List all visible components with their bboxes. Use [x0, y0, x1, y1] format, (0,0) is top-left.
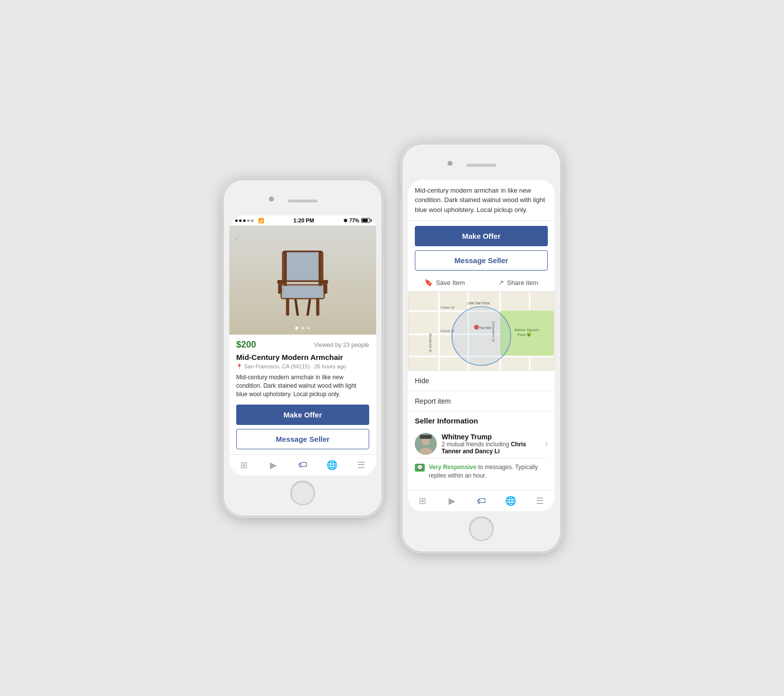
seller-section: Seller Information	[408, 412, 555, 490]
back-button[interactable]: ‹	[235, 230, 239, 242]
seller-section-title: Seller Information	[415, 417, 548, 425]
nav-marketplace-icon-2[interactable]: 🏷	[475, 494, 488, 507]
phone-screen-2: Mid-century modern armchair in like new …	[408, 180, 555, 511]
front-camera-2	[448, 161, 453, 166]
top-bezel	[229, 186, 376, 215]
product-desc: Mid-century modern armchair in like new …	[236, 373, 369, 398]
share-icon: ↗	[498, 278, 504, 286]
seller-avatar	[415, 433, 437, 455]
responsive-badge: Very Responsive to messages. Typically r…	[415, 458, 548, 485]
phone-1: 📶 1:20 PM ✱ 77%	[223, 180, 382, 516]
svg-rect-37	[420, 435, 432, 439]
top-bezel-2	[408, 150, 555, 180]
hide-button[interactable]: Hide	[408, 371, 555, 391]
price: $200	[236, 340, 256, 350]
screen-content-2: Mid-century modern armchair in like new …	[408, 180, 555, 511]
avatar-svg	[415, 433, 437, 455]
save-share-row: 🔖 Save Item ↗ Share item	[408, 276, 555, 291]
description-box: Mid-century modern armchair in like new …	[408, 180, 555, 221]
bottom-nav-2: ⊞ ▶ 🏷 🌐 ☰	[408, 490, 555, 511]
status-time: 1:20 PM	[293, 217, 314, 223]
home-button-1[interactable]	[290, 481, 315, 505]
power-button-2	[561, 194, 563, 218]
make-offer-button-2[interactable]: Make Offer	[415, 226, 548, 246]
dot-2	[301, 327, 304, 330]
phone-screen-1: 📶 1:20 PM ✱ 77%	[229, 215, 376, 475]
volume-button	[221, 219, 223, 234]
phone-2: Mid-century modern armchair in like new …	[402, 144, 561, 552]
svg-text:Fulton St: Fulton St	[441, 306, 455, 309]
svg-rect-9	[324, 284, 327, 294]
svg-text:Broderick St: Broderick St	[429, 334, 432, 352]
chair-illustration	[263, 235, 342, 325]
svg-point-32	[452, 307, 511, 366]
product-image-bg	[229, 225, 376, 335]
responsive-icon	[415, 464, 425, 472]
nav-menu-icon[interactable]: ☰	[355, 459, 368, 472]
very-responsive-label: Very Responsive	[429, 464, 476, 471]
viewed-by: Viewed by 23 people	[314, 342, 369, 348]
front-camera	[269, 197, 274, 202]
dot-3	[307, 327, 310, 330]
seller-name: Whitney Trump	[442, 433, 540, 441]
signal-dot-1	[235, 219, 238, 222]
friend2-name: and Dancy Li	[462, 448, 500, 455]
nav-marketplace-icon[interactable]: 🏷	[296, 459, 309, 472]
nav-video-icon-2[interactable]: ▶	[446, 494, 458, 507]
bottom-bezel-1	[229, 476, 376, 510]
product-meta: 📍 San Francisco, CA (94115) · 26 hours a…	[236, 363, 369, 369]
nav-globe-icon[interactable]: 🌐	[326, 459, 338, 472]
product-image-area: ‹	[229, 225, 376, 335]
nav-globe-icon-2[interactable]: 🌐	[504, 494, 517, 507]
image-dots	[295, 327, 310, 330]
price-row: $200 Viewed by 23 people	[236, 340, 369, 350]
share-item-label: Share item	[507, 279, 538, 286]
seller-mutual-friends: 2 mutual friends including Chris Tanner …	[442, 441, 540, 455]
phones-container: 📶 1:20 PM ✱ 77%	[223, 144, 561, 552]
make-offer-button[interactable]: Make Offer	[236, 405, 369, 425]
svg-rect-0	[285, 252, 321, 280]
battery-area: ✱ 77%	[343, 218, 370, 223]
report-button[interactable]: Report item	[408, 391, 555, 412]
nav-video-icon[interactable]: ▶	[267, 459, 280, 472]
bookmark-icon: 🔖	[424, 278, 433, 286]
svg-rect-18	[438, 292, 440, 370]
svg-text:Alamo Square: Alamo Square	[514, 328, 539, 332]
nav-news-icon-2[interactable]: ⊞	[416, 494, 429, 507]
svg-rect-6	[277, 280, 284, 284]
svg-rect-11	[316, 298, 319, 316]
chevron-right-icon: ›	[545, 439, 548, 448]
message-seller-button-2[interactable]: Message Seller	[415, 250, 548, 271]
battery-percent: 77%	[349, 218, 359, 223]
pin-icon: 📍	[236, 364, 242, 369]
volume-button-2	[400, 184, 402, 199]
seller-profile-row[interactable]: Whitney Trump 2 mutual friends including…	[415, 430, 548, 458]
map-area[interactable]: Alamo Square Park 🌳 Fulton St Grove St D…	[408, 291, 555, 371]
bluetooth-icon: ✱	[343, 218, 347, 223]
svg-rect-10	[286, 298, 289, 316]
responsive-text: Very Responsive to messages. Typically r…	[429, 463, 548, 480]
bottom-bezel-2	[408, 511, 555, 546]
seller-info: Whitney Trump 2 mutual friends including…	[442, 433, 540, 455]
power-button	[382, 229, 384, 254]
save-item-button[interactable]: 🔖 Save Item	[424, 278, 465, 286]
svg-rect-8	[321, 280, 328, 284]
battery-icon	[361, 218, 370, 223]
svg-text:Park 🌳: Park 🌳	[518, 332, 531, 337]
nav-news-icon[interactable]: ⊞	[238, 459, 251, 472]
wifi-icon: 📶	[258, 218, 264, 223]
battery-fill	[362, 219, 368, 222]
status-bar: 📶 1:20 PM ✱ 77%	[229, 215, 376, 225]
nav-menu-icon-2[interactable]: ☰	[533, 494, 546, 507]
signal-dot-2	[239, 219, 242, 222]
svg-rect-13	[306, 299, 311, 316]
share-item-button[interactable]: ↗ Share item	[498, 278, 538, 286]
message-seller-button[interactable]: Message Seller	[236, 429, 369, 449]
home-button-2[interactable]	[469, 516, 494, 541]
svg-rect-4	[283, 286, 323, 298]
signal-dot-5	[251, 219, 254, 222]
save-item-label: Save Item	[436, 279, 465, 286]
product-info: $200 Viewed by 23 people Mid-Century Mod…	[229, 335, 376, 454]
signal-area: 📶	[235, 217, 264, 223]
bottom-nav-1: ⊞ ▶ 🏷 🌐 ☰	[229, 454, 376, 476]
